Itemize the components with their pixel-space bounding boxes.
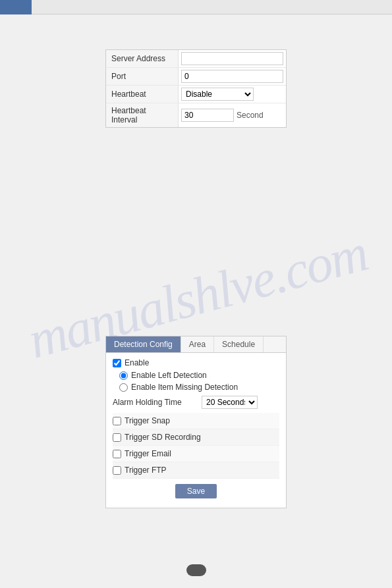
trigger-email-row: Trigger Email (113, 446, 279, 462)
item-missing-label: Enable Item Missing Detection (131, 383, 238, 392)
alarm-holding-time-select[interactable]: 5 Seconds 10 Seconds 20 Seconds 30 Secon… (202, 396, 258, 409)
alarm-holding-time-label: Alarm Holding Time (113, 398, 202, 407)
save-button[interactable]: Save (175, 484, 217, 498)
heartbeat-interval-value: Second (179, 107, 286, 123)
item-missing-radio[interactable] (119, 383, 128, 392)
enable-label: Enable (125, 358, 149, 367)
heartbeat-interval-label: Heartbeat Interval (106, 103, 179, 127)
alarm-holding-time-row: Alarm Holding Time 5 Seconds 10 Seconds … (113, 396, 279, 409)
enable-row: Enable (113, 358, 279, 367)
trigger-ftp-row: Trigger FTP (113, 462, 279, 479)
top-bar-accent (0, 0, 32, 14)
server-address-input[interactable] (181, 52, 283, 65)
enable-checkbox[interactable] (113, 359, 121, 367)
server-address-value (179, 51, 286, 67)
heartbeat-interval-input[interactable] (181, 109, 234, 122)
port-label: Port (106, 68, 179, 85)
trigger-sd-checkbox[interactable] (113, 433, 121, 442)
trigger-snap-row: Trigger Snap (113, 413, 279, 429)
save-area: Save (113, 479, 279, 502)
heartbeat-interval-row: Heartbeat Interval Second (106, 103, 286, 127)
port-row: Port (106, 68, 286, 86)
bottom-circle (186, 564, 206, 576)
server-address-label: Server Address (106, 50, 179, 67)
trigger-sd-row: Trigger SD Recording (113, 429, 279, 446)
tab-schedule[interactable]: Schedule (214, 336, 264, 352)
top-bar (0, 0, 392, 14)
trigger-email-label: Trigger Email (125, 449, 171, 458)
detection-panel-body: Enable Enable Left Detection Enable Item… (106, 353, 286, 508)
port-input[interactable] (181, 70, 283, 83)
left-detection-radio[interactable] (119, 371, 128, 380)
trigger-email-checkbox[interactable] (113, 450, 121, 458)
heartbeat-value: Disable Enable (179, 86, 286, 102)
tab-detection-config[interactable]: Detection Config (106, 336, 181, 352)
trigger-sd-label: Trigger SD Recording (125, 433, 201, 442)
tab-bar: Detection Config Area Schedule (106, 336, 286, 353)
heartbeat-row: Heartbeat Disable Enable (106, 86, 286, 103)
trigger-ftp-checkbox[interactable] (113, 466, 121, 475)
server-address-row: Server Address (106, 50, 286, 68)
left-detection-label: Enable Left Detection (131, 371, 207, 380)
tab-area[interactable]: Area (181, 336, 214, 352)
left-detection-row: Enable Left Detection (119, 371, 279, 380)
heartbeat-select[interactable]: Disable Enable (181, 88, 254, 101)
trigger-ftp-label: Trigger FTP (125, 466, 167, 475)
server-config-panel: Server Address Port Heartbeat Disable En… (105, 49, 287, 128)
trigger-snap-label: Trigger Snap (125, 416, 170, 425)
heartbeat-interval-suffix: Second (237, 111, 264, 120)
port-value (179, 68, 286, 84)
heartbeat-label: Heartbeat (106, 86, 179, 103)
trigger-snap-checkbox[interactable] (113, 417, 121, 425)
item-missing-row: Enable Item Missing Detection (119, 383, 279, 392)
detection-config-panel: Detection Config Area Schedule Enable En… (105, 336, 287, 508)
